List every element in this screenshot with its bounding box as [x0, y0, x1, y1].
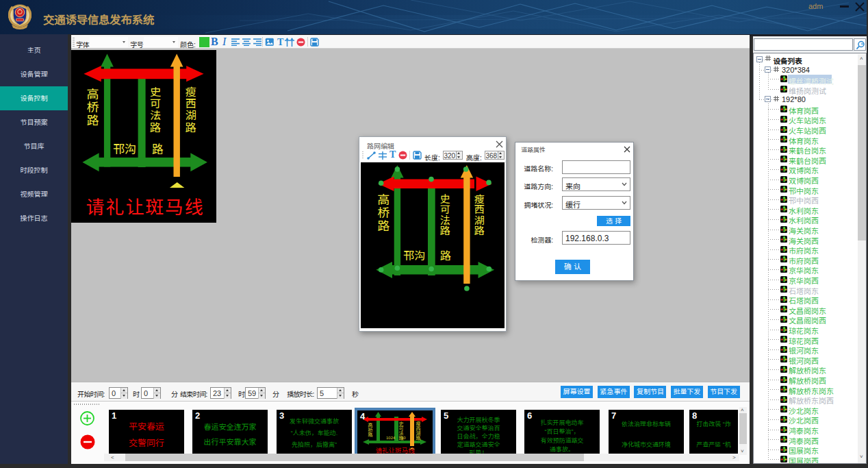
svg-text:1024: 1024: [386, 436, 396, 440]
svg-text:瘦: 瘦: [416, 421, 421, 426]
svg-text:路: 路: [474, 225, 485, 236]
svg-text:路: 路: [87, 114, 99, 127]
svg-text:路: 路: [150, 122, 161, 134]
svg-text:法: 法: [399, 431, 404, 436]
svg-text:路: 路: [186, 122, 196, 134]
svg-text:请礼让斑马线: 请礼让斑马线: [86, 197, 203, 218]
svg-text:瘦: 瘦: [186, 86, 196, 98]
svg-text:高: 高: [368, 423, 373, 428]
svg-text:湖: 湖: [186, 110, 196, 121]
svg-text:邗沟: 邗沟: [113, 143, 136, 156]
svg-text:可: 可: [440, 204, 450, 215]
svg-text:史: 史: [150, 86, 161, 98]
svg-text:湖: 湖: [474, 214, 485, 226]
svg-text:西: 西: [186, 98, 196, 110]
svg-text:路: 路: [440, 225, 450, 236]
svg-text:路: 路: [440, 250, 451, 262]
svg-text:西: 西: [474, 204, 485, 215]
svg-text:路: 路: [368, 432, 373, 438]
svg-text:史: 史: [440, 193, 450, 205]
svg-text:路: 路: [377, 219, 390, 233]
svg-text:邗沟: 邗沟: [403, 250, 425, 262]
svg-text:桥: 桥: [87, 101, 99, 114]
svg-text:30: 30: [401, 436, 406, 440]
svg-text:路: 路: [152, 143, 164, 156]
svg-text:高: 高: [377, 193, 390, 207]
svg-text:桥: 桥: [377, 206, 390, 220]
svg-text:法: 法: [440, 214, 450, 226]
svg-text:瘦: 瘦: [474, 193, 485, 205]
svg-text:可: 可: [150, 98, 161, 110]
svg-text:法: 法: [150, 110, 161, 121]
svg-text:路: 路: [416, 435, 421, 441]
svg-text:高: 高: [87, 88, 99, 101]
